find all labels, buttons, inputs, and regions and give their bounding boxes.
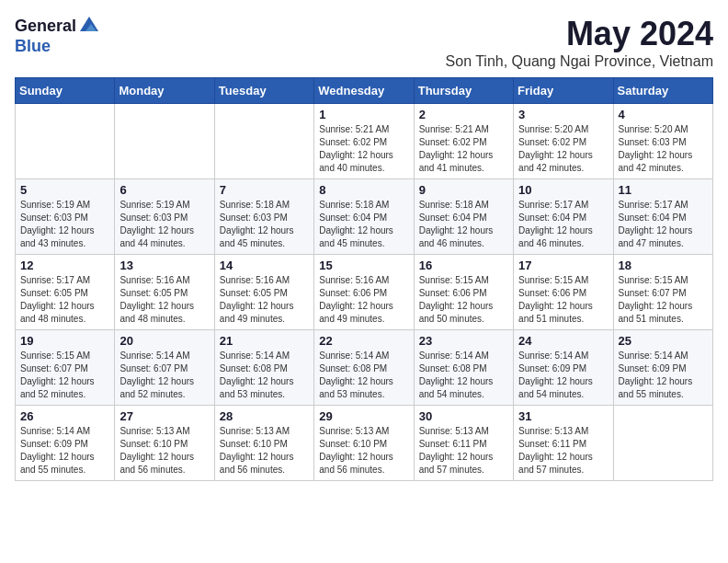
calendar-cell: 31Sunrise: 5:13 AMSunset: 6:11 PMDayligh…: [514, 406, 613, 481]
day-info: Sunrise: 5:13 AMSunset: 6:10 PMDaylight:…: [119, 425, 209, 477]
day-info: Sunrise: 5:18 AMSunset: 6:03 PMDaylight:…: [220, 199, 309, 250]
day-number: 20: [119, 334, 209, 348]
day-info: Sunrise: 5:15 AMSunset: 6:06 PMDaylight:…: [419, 274, 508, 326]
weekday-header-monday: Monday: [115, 78, 214, 104]
calendar-cell: 19Sunrise: 5:15 AMSunset: 6:07 PMDayligh…: [16, 330, 115, 406]
day-number: 28: [220, 409, 309, 423]
logo-blue-text: Blue: [15, 37, 51, 56]
day-number: 3: [518, 108, 608, 121]
day-info: Sunrise: 5:14 AMSunset: 6:08 PMDaylight:…: [220, 350, 309, 401]
day-info: Sunrise: 5:15 AMSunset: 6:07 PMDaylight:…: [619, 274, 708, 326]
day-info: Sunrise: 5:20 AMSunset: 6:02 PMDaylight:…: [518, 123, 608, 175]
day-number: 11: [619, 183, 708, 197]
day-info: Sunrise: 5:14 AMSunset: 6:09 PMDaylight:…: [518, 350, 608, 401]
day-number: 12: [20, 259, 109, 272]
day-info: Sunrise: 5:13 AMSunset: 6:11 PMDaylight:…: [419, 425, 508, 477]
calendar-cell: 29Sunrise: 5:13 AMSunset: 6:10 PMDayligh…: [314, 406, 414, 481]
weekday-header-saturday: Saturday: [613, 78, 712, 104]
calendar-cell: 9Sunrise: 5:18 AMSunset: 6:04 PMDaylight…: [414, 179, 513, 255]
day-number: 6: [119, 183, 209, 197]
day-number: 5: [20, 183, 109, 197]
day-number: 4: [619, 108, 708, 121]
calendar-cell: 11Sunrise: 5:17 AMSunset: 6:04 PMDayligh…: [613, 179, 712, 255]
weekday-header-thursday: Thursday: [414, 78, 513, 104]
day-info: Sunrise: 5:17 AMSunset: 6:04 PMDaylight:…: [619, 199, 708, 250]
calendar-cell: 16Sunrise: 5:15 AMSunset: 6:06 PMDayligh…: [414, 255, 513, 330]
location-subtitle: Son Tinh, Quang Ngai Province, Vietnam: [446, 53, 713, 70]
day-info: Sunrise: 5:14 AMSunset: 6:09 PMDaylight:…: [619, 350, 708, 401]
day-info: Sunrise: 5:16 AMSunset: 6:06 PMDaylight:…: [319, 274, 408, 326]
calendar-cell: 24Sunrise: 5:14 AMSunset: 6:09 PMDayligh…: [514, 330, 613, 406]
day-info: Sunrise: 5:13 AMSunset: 6:11 PMDaylight:…: [518, 425, 608, 477]
calendar-cell: 22Sunrise: 5:14 AMSunset: 6:08 PMDayligh…: [314, 330, 414, 406]
day-number: 16: [419, 259, 508, 272]
day-info: Sunrise: 5:13 AMSunset: 6:10 PMDaylight:…: [319, 425, 408, 477]
day-number: 26: [20, 409, 109, 423]
day-info: Sunrise: 5:15 AMSunset: 6:07 PMDaylight:…: [20, 350, 109, 401]
day-number: 14: [220, 259, 309, 272]
calendar-table: SundayMondayTuesdayWednesdayThursdayFrid…: [15, 77, 713, 481]
calendar-cell: 27Sunrise: 5:13 AMSunset: 6:10 PMDayligh…: [115, 406, 214, 481]
day-info: Sunrise: 5:14 AMSunset: 6:08 PMDaylight:…: [319, 350, 408, 401]
day-number: 25: [619, 334, 708, 348]
calendar-cell: 6Sunrise: 5:19 AMSunset: 6:03 PMDaylight…: [115, 179, 214, 255]
calendar-week-row: 12Sunrise: 5:17 AMSunset: 6:05 PMDayligh…: [16, 255, 713, 330]
day-info: Sunrise: 5:14 AMSunset: 6:07 PMDaylight:…: [119, 350, 209, 401]
calendar-cell: 14Sunrise: 5:16 AMSunset: 6:05 PMDayligh…: [214, 255, 313, 330]
day-info: Sunrise: 5:16 AMSunset: 6:05 PMDaylight:…: [119, 274, 209, 326]
calendar-cell: 4Sunrise: 5:20 AMSunset: 6:03 PMDaylight…: [613, 104, 712, 179]
day-number: 29: [319, 409, 408, 423]
day-number: 8: [319, 183, 408, 197]
weekday-header-wednesday: Wednesday: [314, 78, 414, 104]
day-info: Sunrise: 5:18 AMSunset: 6:04 PMDaylight:…: [419, 199, 508, 250]
day-number: 27: [119, 409, 209, 423]
calendar-cell: 25Sunrise: 5:14 AMSunset: 6:09 PMDayligh…: [613, 330, 712, 406]
logo-icon: [78, 15, 100, 37]
day-number: 10: [518, 183, 608, 197]
calendar-cell: 1Sunrise: 5:21 AMSunset: 6:02 PMDaylight…: [314, 104, 414, 179]
calendar-week-row: 1Sunrise: 5:21 AMSunset: 6:02 PMDaylight…: [16, 104, 713, 179]
day-info: Sunrise: 5:15 AMSunset: 6:06 PMDaylight:…: [518, 274, 608, 326]
calendar-cell: 3Sunrise: 5:20 AMSunset: 6:02 PMDaylight…: [514, 104, 613, 179]
day-number: 19: [20, 334, 109, 348]
weekday-header-sunday: Sunday: [16, 78, 115, 104]
day-number: 22: [319, 334, 408, 348]
day-info: Sunrise: 5:13 AMSunset: 6:10 PMDaylight:…: [220, 425, 309, 477]
calendar-cell: 23Sunrise: 5:14 AMSunset: 6:08 PMDayligh…: [414, 330, 513, 406]
day-info: Sunrise: 5:14 AMSunset: 6:08 PMDaylight:…: [419, 350, 508, 401]
calendar-cell: [16, 104, 115, 179]
day-number: 9: [419, 183, 508, 197]
day-info: Sunrise: 5:21 AMSunset: 6:02 PMDaylight:…: [319, 123, 408, 175]
calendar-cell: 26Sunrise: 5:14 AMSunset: 6:09 PMDayligh…: [16, 406, 115, 481]
title-section: May 2024 Son Tinh, Quang Ngai Province, …: [446, 15, 713, 70]
page-header: General Blue May 2024 Son Tinh, Quang Ng…: [15, 15, 713, 70]
day-info: Sunrise: 5:14 AMSunset: 6:09 PMDaylight:…: [20, 425, 109, 477]
calendar-week-row: 5Sunrise: 5:19 AMSunset: 6:03 PMDaylight…: [16, 179, 713, 255]
calendar-cell: 13Sunrise: 5:16 AMSunset: 6:05 PMDayligh…: [115, 255, 214, 330]
calendar-cell: [115, 104, 214, 179]
day-number: 7: [220, 183, 309, 197]
calendar-cell: 2Sunrise: 5:21 AMSunset: 6:02 PMDaylight…: [414, 104, 513, 179]
calendar-cell: [613, 406, 712, 481]
day-number: 1: [319, 108, 408, 121]
calendar-cell: 5Sunrise: 5:19 AMSunset: 6:03 PMDaylight…: [16, 179, 115, 255]
calendar-cell: [214, 104, 313, 179]
calendar-week-row: 19Sunrise: 5:15 AMSunset: 6:07 PMDayligh…: [16, 330, 713, 406]
day-info: Sunrise: 5:17 AMSunset: 6:05 PMDaylight:…: [20, 274, 109, 326]
calendar-cell: 21Sunrise: 5:14 AMSunset: 6:08 PMDayligh…: [214, 330, 313, 406]
day-info: Sunrise: 5:19 AMSunset: 6:03 PMDaylight:…: [20, 199, 109, 250]
day-info: Sunrise: 5:20 AMSunset: 6:03 PMDaylight:…: [619, 123, 708, 175]
day-number: 30: [419, 409, 508, 423]
logo-general-text: General: [15, 17, 76, 36]
calendar-cell: 28Sunrise: 5:13 AMSunset: 6:10 PMDayligh…: [214, 406, 313, 481]
calendar-week-row: 26Sunrise: 5:14 AMSunset: 6:09 PMDayligh…: [16, 406, 713, 481]
day-number: 2: [419, 108, 508, 121]
calendar-cell: 8Sunrise: 5:18 AMSunset: 6:04 PMDaylight…: [314, 179, 414, 255]
day-number: 24: [518, 334, 608, 348]
calendar-cell: 15Sunrise: 5:16 AMSunset: 6:06 PMDayligh…: [314, 255, 414, 330]
calendar-cell: 17Sunrise: 5:15 AMSunset: 6:06 PMDayligh…: [514, 255, 613, 330]
weekday-header-friday: Friday: [514, 78, 613, 104]
day-info: Sunrise: 5:18 AMSunset: 6:04 PMDaylight:…: [319, 199, 408, 250]
day-info: Sunrise: 5:21 AMSunset: 6:02 PMDaylight:…: [419, 123, 508, 175]
calendar-cell: 12Sunrise: 5:17 AMSunset: 6:05 PMDayligh…: [16, 255, 115, 330]
